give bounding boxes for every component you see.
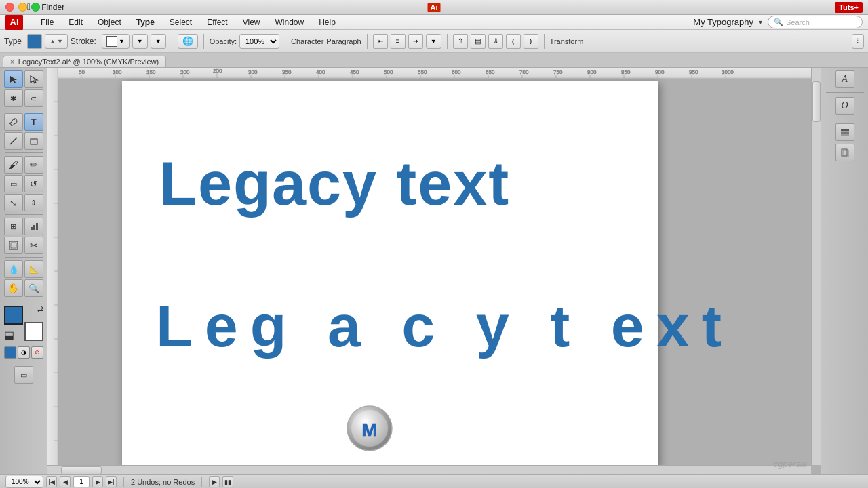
- more-options-btn[interactable]: ⁝: [852, 34, 864, 49]
- type-tool-btn[interactable]: T: [24, 113, 43, 131]
- fill-color-swatch-large[interactable]: [4, 306, 23, 325]
- ai-logo: Ai: [5, 14, 23, 30]
- menu-window[interactable]: Window: [272, 16, 307, 28]
- paintbrush-btn[interactable]: 🖌: [4, 156, 23, 174]
- first-page-btn[interactable]: |◀: [46, 476, 57, 487]
- svg-text:950: 950: [689, 69, 698, 75]
- right-panel-o-btn[interactable]: O: [835, 97, 854, 115]
- screen-mode-btn[interactable]: ▭: [14, 366, 33, 384]
- shear-btn[interactable]: ⇕: [24, 194, 43, 211]
- align-middle-btn[interactable]: ▤: [471, 34, 486, 49]
- right-panel-sep-2: [826, 119, 864, 119]
- finder-menu[interactable]: Finder: [39, 1, 67, 14]
- paragraph-link[interactable]: Paragraph: [326, 37, 361, 45]
- gradient-mode-btn[interactable]: ◑: [18, 346, 30, 359]
- right-panel-layers-btn[interactable]: [835, 123, 854, 141]
- menu-view[interactable]: View: [240, 16, 263, 28]
- tab-close-icon[interactable]: ×: [10, 58, 14, 66]
- watermark-logo: M: [346, 405, 393, 454]
- lasso-btn[interactable]: ⊂: [24, 89, 43, 107]
- hand-zoom-row: ✋ 🔍: [1, 279, 45, 297]
- scale-btn[interactable]: ⤡: [4, 194, 23, 211]
- rotate-btn[interactable]: ↺: [24, 175, 43, 192]
- legacy-text-spaced[interactable]: Leg a c y t ext: [156, 291, 734, 361]
- prev-page-btn[interactable]: ◀: [60, 476, 71, 487]
- project-dropdown-arrow[interactable]: ▾: [759, 18, 762, 26]
- menu-help[interactable]: Help: [316, 16, 338, 28]
- vertical-scroll-thumb[interactable]: [812, 81, 821, 122]
- menu-file[interactable]: File: [38, 16, 56, 28]
- vertical-scrollbar[interactable]: [811, 68, 821, 465]
- stroke-color-swatch[interactable]: [24, 322, 43, 341]
- right-panel-font-btn[interactable]: A: [835, 70, 854, 88]
- color-mode-btn[interactable]: [4, 346, 16, 359]
- right-panel-pages-btn[interactable]: [835, 144, 854, 161]
- stroke-color-btn[interactable]: ▼: [102, 34, 130, 49]
- selection-tool-btn[interactable]: [4, 70, 23, 88]
- align-top-btn[interactable]: ⇧: [453, 34, 468, 49]
- hand-btn[interactable]: ✋: [4, 279, 23, 297]
- none-mode-btn[interactable]: ⊘: [31, 346, 43, 359]
- eyedropper-btn[interactable]: 💧: [4, 260, 23, 278]
- search-bar[interactable]: 🔍 Search: [768, 16, 863, 28]
- direct-select-tool-btn[interactable]: [24, 70, 43, 88]
- legacy-text-normal[interactable]: Legacy text: [159, 149, 510, 219]
- stroke-weight-btn[interactable]: ▼: [132, 34, 148, 49]
- shape-tool-btn[interactable]: [24, 132, 43, 150]
- align-left-btn[interactable]: ⇤: [373, 34, 388, 49]
- default-colors-btn[interactable]: ⬓: [4, 330, 14, 341]
- align-right-btn[interactable]: ⇥: [408, 34, 423, 49]
- last-page-btn[interactable]: ▶|: [106, 476, 117, 487]
- menu-effect[interactable]: Effect: [204, 16, 230, 28]
- page-number-input[interactable]: [73, 476, 90, 487]
- zoom-select[interactable]: 100%: [5, 476, 43, 488]
- graph-btn[interactable]: [24, 218, 43, 235]
- stroke-style-btn[interactable]: ▼: [151, 34, 166, 49]
- zoom-btn[interactable]: 🔍: [24, 279, 43, 297]
- horizontal-scrollbar[interactable]: [47, 465, 811, 474]
- align-options-btn[interactable]: ▼: [426, 34, 441, 49]
- tool-separator-5: [5, 300, 43, 300]
- character-link[interactable]: Character: [291, 37, 323, 45]
- rect-scissors-row: ✂: [1, 237, 45, 254]
- horizontal-scroll-thumb[interactable]: [61, 466, 102, 474]
- rect-alt-btn[interactable]: [4, 237, 23, 254]
- eraser-rotate-row: ▭ ↺: [1, 175, 45, 192]
- magic-wand-btn[interactable]: ✱: [4, 89, 23, 107]
- document-tab[interactable]: × LegacyText2.ai* @ 100% (CMYK/Preview): [3, 56, 166, 67]
- menu-select[interactable]: Select: [167, 16, 195, 28]
- svg-text:250: 250: [213, 68, 222, 74]
- distribute-v-btn[interactable]: ⦆: [524, 34, 538, 49]
- scissors-btn[interactable]: ✂: [24, 237, 43, 254]
- menu-type[interactable]: Type: [134, 16, 157, 28]
- swap-colors-btn[interactable]: ⇄: [37, 306, 43, 313]
- globe-btn[interactable]: 🌐: [178, 34, 198, 49]
- stop-btn[interactable]: ▮▮: [222, 476, 233, 487]
- transform-link[interactable]: Transform: [550, 37, 584, 45]
- close-button[interactable]: [5, 3, 14, 12]
- apple-icon[interactable]: : [27, 1, 31, 14]
- pencil-btn[interactable]: ✏: [24, 156, 43, 174]
- align-center-btn[interactable]: ≡: [391, 34, 406, 49]
- line-shape-row: [1, 132, 45, 150]
- window-title-area: Ai: [428, 3, 441, 12]
- measure-btn[interactable]: 📐: [24, 260, 43, 278]
- play-btn[interactable]: ▶: [209, 476, 220, 487]
- distribute-h-btn[interactable]: ⦅: [506, 34, 521, 49]
- opacity-select[interactable]: 100%: [239, 34, 279, 49]
- stroke-arrows-btn[interactable]: ▲ ▼: [45, 34, 68, 49]
- zoom-display: 100%: [5, 476, 43, 488]
- pen-tool-btn[interactable]: [4, 113, 23, 131]
- minimize-button[interactable]: [18, 3, 27, 12]
- next-page-btn[interactable]: ▶: [92, 476, 103, 487]
- select-tools-row: [1, 70, 45, 88]
- align-bottom-btn[interactable]: ⇩: [488, 34, 503, 49]
- eraser-btn[interactable]: ▭: [4, 175, 23, 192]
- mesh-btn[interactable]: ⊞: [4, 218, 23, 235]
- tab-filename: LegacyText2.ai* @ 100% (CMYK/Preview): [18, 58, 159, 66]
- svg-text:700: 700: [519, 69, 529, 75]
- menu-object[interactable]: Object: [95, 16, 124, 28]
- line-tool-btn[interactable]: [4, 132, 23, 150]
- menu-edit[interactable]: Edit: [66, 16, 85, 28]
- fill-color-swatch[interactable]: [27, 34, 42, 49]
